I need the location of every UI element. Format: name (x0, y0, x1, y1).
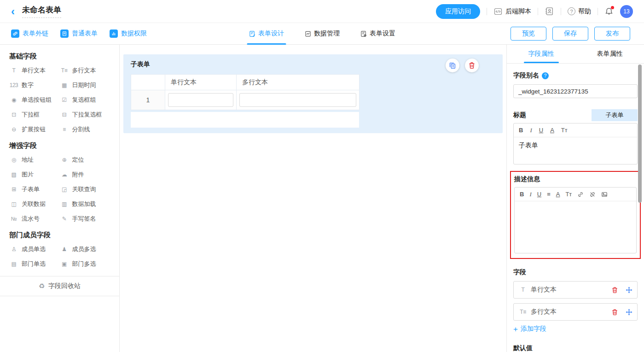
tab-field-properties[interactable]: 字段属性 (507, 45, 575, 63)
field-dropdown[interactable]: ⊡ 下拉框 (9, 107, 60, 122)
field-type-icon: ≡ (60, 126, 69, 133)
field-divider-line[interactable]: ≡ 分割线 (60, 122, 110, 137)
field-type-icon: ✎ (60, 216, 69, 222)
tab-data-manage[interactable]: 数据管理 (304, 23, 340, 45)
field-label: 数据加载 (72, 200, 96, 208)
move-field-icon[interactable] (626, 287, 632, 293)
underline-button[interactable]: U (537, 191, 541, 197)
field-recycle-bin[interactable]: ♻ 字段回收站 (0, 276, 119, 296)
link-icon[interactable] (577, 191, 584, 198)
field-library-sidebar: 基础字段 T 单行文本 T≡ 多行文本 123 数字 ▦ 日期时间 ◉ 单选按钮… (0, 45, 120, 352)
description-highlight-box: 描述信息 B I U ≡ A Tᴛ (510, 171, 641, 259)
font-size-button[interactable]: Tᴛ (565, 191, 572, 197)
font-size-button[interactable]: Tᴛ (561, 127, 568, 133)
subform-field-single-line-text[interactable]: T 单行文本 (513, 281, 638, 299)
subform-col-single-line: 单行文本 (165, 75, 237, 90)
field-dropdown-multi[interactable]: ⊟ 下拉复选框 (60, 107, 110, 122)
description-editor-content[interactable] (515, 201, 636, 253)
subform-widget-selected[interactable]: 子表单 单行文本 多行文本 1 (123, 54, 503, 133)
field-label: 单行文本 (22, 66, 46, 75)
field-type-icon: ▧ (9, 171, 18, 178)
preview-button[interactable]: 预览 (511, 27, 546, 41)
image-icon[interactable] (601, 191, 608, 198)
panel-scrollbar[interactable] (638, 65, 642, 203)
field-number[interactable]: 123 数字 (9, 78, 60, 93)
multi-line-text-input[interactable] (239, 93, 356, 107)
normal-form[interactable]: 普通表单 (60, 29, 98, 38)
help-label: 帮助 (578, 7, 591, 16)
delete-field-icon[interactable] (611, 309, 618, 316)
backend-script-button[interactable]: 后端脚本 (493, 7, 531, 16)
italic-button[interactable]: I (530, 127, 532, 133)
tab-form-settings[interactable]: 表单设置 (360, 23, 395, 45)
subform-field-multi-line-text[interactable]: T≡ 多行文本 (513, 303, 638, 321)
field-type-icon: ⊞ (9, 186, 18, 193)
field-label: 定位 (72, 156, 84, 164)
field-image[interactable]: ▧ 图片 (9, 167, 60, 182)
title-editor-content[interactable]: 子表单 (514, 137, 637, 164)
subform-fields-list: T 单行文本 T≡ 多行文本 (513, 281, 638, 321)
field-alias-input[interactable] (513, 84, 638, 98)
field-extend-button[interactable]: ⊖ 扩展按钮 (9, 122, 60, 137)
move-field-icon[interactable] (626, 309, 632, 316)
font-color-button[interactable]: A (550, 127, 554, 133)
field-member-single[interactable]: ♙ 成员单选 (9, 242, 60, 257)
field-data-load[interactable]: ▥ 数据加载 (60, 197, 110, 211)
back-icon[interactable]: ‹ (9, 6, 17, 17)
tab-form-properties[interactable]: 表单属性 (575, 45, 644, 63)
unlink-icon[interactable] (589, 191, 596, 198)
save-button[interactable]: 保存 (552, 27, 588, 41)
data-permission[interactable]: 数据权限 (110, 29, 147, 38)
avatar[interactable]: 13 (620, 5, 633, 18)
add-field-button[interactable]: + 添加字段 (513, 325, 546, 333)
field-location[interactable]: ⊕ 定位 (60, 153, 110, 167)
field-dept-multi[interactable]: ▣ 部门多选 (60, 257, 110, 271)
help-button[interactable]: ? 帮助 (568, 7, 591, 16)
section-title-member-fields: 部门成员字段 (9, 231, 110, 240)
publish-button[interactable]: 发布 (594, 27, 630, 41)
notification-bell-icon[interactable] (604, 7, 614, 16)
divider (538, 8, 538, 15)
bold-button[interactable]: B (520, 191, 524, 197)
field-linked-query[interactable]: ◲ 关联查询 (60, 182, 110, 197)
contacts-icon[interactable] (545, 6, 554, 16)
single-line-text-input[interactable] (168, 93, 233, 107)
font-color-button[interactable]: A (556, 191, 560, 197)
field-checkbox-group[interactable]: ☑ 复选框组 (60, 93, 110, 107)
field-signature[interactable]: ✎ 手写签名 (60, 211, 110, 226)
form-canvas[interactable]: 子表单 单行文本 多行文本 1 (120, 45, 506, 352)
title-chip[interactable]: 子表单 (592, 109, 638, 121)
copy-widget-button[interactable] (446, 59, 459, 72)
alias-help-icon[interactable]: ? (542, 72, 549, 79)
tab-label: 表单设置 (370, 29, 395, 38)
underline-button[interactable]: U (539, 127, 543, 133)
field-alias-label: 字段别名 (513, 71, 539, 80)
app-access-button[interactable]: 应用访问 (436, 4, 480, 19)
delete-widget-button[interactable] (465, 59, 479, 72)
field-radio-group[interactable]: ◉ 单选按钮组 (9, 93, 60, 107)
align-button[interactable]: ≡ (547, 191, 551, 197)
field-multi-line-text[interactable]: T≡ 多行文本 (60, 63, 110, 78)
field-single-line-text[interactable]: T 单行文本 (9, 63, 60, 78)
field-linked-data[interactable]: ◫ 关联数据 (9, 197, 60, 211)
field-label: 多行文本 (531, 308, 608, 316)
field-label: 附件 (72, 170, 84, 179)
subform-table: 单行文本 多行文本 1 (131, 74, 360, 110)
field-label: 复选框组 (72, 96, 96, 104)
bold-button[interactable]: B (519, 127, 523, 133)
italic-button[interactable]: I (529, 191, 531, 197)
form-title[interactable]: 未命名表单 (22, 5, 61, 18)
form-external-link[interactable]: 表单外链 (11, 29, 48, 38)
field-attachment[interactable]: ☁ 附件 (60, 167, 110, 182)
divider (598, 8, 598, 15)
field-address[interactable]: ◎ 地址 (9, 153, 60, 167)
tab-form-design[interactable]: 表单设计 (249, 23, 284, 45)
field-subform[interactable]: ⊞ 子表单 (9, 182, 60, 197)
field-dept-single[interactable]: ▤ 部门单选 (9, 257, 60, 271)
field-type-icon: ◉ (9, 97, 18, 103)
field-label: 分割线 (72, 125, 90, 134)
delete-field-icon[interactable] (611, 287, 618, 293)
field-datetime[interactable]: ▦ 日期时间 (60, 78, 110, 93)
field-serial-number[interactable]: № 流水号 (9, 211, 60, 226)
field-member-multi[interactable]: ♟ 成员多选 (60, 242, 110, 257)
